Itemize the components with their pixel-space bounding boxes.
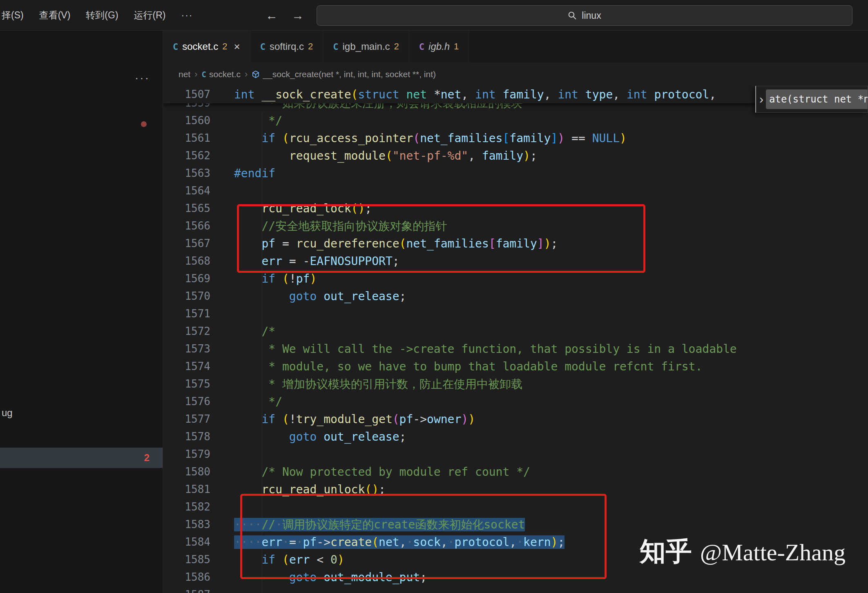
code-line-text[interactable] [210,586,234,593]
line-number[interactable]: 1569 [163,270,210,288]
menu-item-go[interactable]: 转到(G) [78,0,126,31]
line-number[interactable]: 1574 [163,358,210,375]
close-icon[interactable]: × [234,40,240,53]
line-number[interactable]: 1580 [163,463,210,481]
code-line-text[interactable]: goto out_release; [210,288,406,305]
tab-socket-c[interactable]: C socket.c 2 × [163,31,250,62]
more-actions-icon[interactable]: ··· [135,71,150,85]
tab-igb-main-c[interactable]: C igb_main.c 2 [323,31,409,62]
line-number[interactable]: 1568 [163,252,210,270]
code-line-1568[interactable]: 1568 err = -EAFNOSUPPORT; [163,252,868,270]
code-line-1567[interactable]: 1567 pf = rcu_dereference(net_families[f… [163,235,868,252]
code-line-1575[interactable]: 1575 * 增加协议模块的引用计数，防止在使用中被卸载 [163,375,868,393]
code-line-text[interactable]: /* [210,323,275,340]
line-number[interactable]: 1560 [163,112,210,129]
tab-igb-h[interactable]: C igb.h 1 [409,31,469,62]
code-line-text[interactable]: rcu_read_lock(); [210,200,372,217]
code-line-1564[interactable]: 1564 [163,182,868,200]
code-line-1562[interactable]: 1562 request_module("net-pf-%d", family)… [163,147,868,165]
code-line-text[interactable]: pf = rcu_dereference(net_families[family… [210,235,558,252]
code-line-1583[interactable]: 1583····//·调用协议族特定的create函数来初始化socket [163,516,868,533]
breadcrumb-item-net[interactable]: net [179,69,190,79]
code-line-text[interactable]: goto out_module_put; [210,568,427,586]
line-number[interactable]: 1581 [163,481,210,498]
code-line-1570[interactable]: 1570 goto out_release; [163,288,868,305]
code-line-text[interactable]: /* Now protected by module ref count */ [210,463,530,481]
code-line-text[interactable]: //安全地获取指向协议族对象的指针 [210,217,447,235]
code-line-text[interactable]: if (!pf) [210,270,317,288]
line-number[interactable]: 1563 [163,165,210,182]
code-line-1576[interactable]: 1576 */ [163,393,868,410]
code-line-1565[interactable]: 1565 rcu_read_lock(); [163,200,868,217]
menu-item-view[interactable]: 查看(V) [31,0,78,31]
definition-preview-overlay[interactable]: › ate(struct net *n [755,86,868,113]
code-line-text[interactable]: if (err < 0) [210,551,344,568]
code-line-1580[interactable]: 1580 /* Now protected by module ref coun… [163,463,868,481]
line-number[interactable]: 1583 [163,516,210,533]
code-line-1563[interactable]: 1563#endif [163,165,868,182]
code-line-1577[interactable]: 1577 if (!try_module_get(pf->owner)) [163,410,868,428]
code-line-1579[interactable]: 1579 [163,446,868,463]
breadcrumb-item-symbol[interactable]: __sock_create(net *, int, int, int, sock… [252,69,436,79]
code-editor[interactable]: 1559 * 如果协议族还未注册，则会请求装载相应的模块1560 */1561 … [163,86,868,593]
line-number[interactable]: 1578 [163,428,210,446]
code-line-text[interactable] [210,498,234,516]
forward-arrow-icon[interactable]: → [292,0,304,31]
line-number[interactable]: 1586 [163,568,210,586]
code-line-1578[interactable]: 1578 goto out_release; [163,428,868,446]
code-line-1582[interactable]: 1582 [163,498,868,516]
line-number[interactable]: 1587 [163,586,210,593]
line-number[interactable]: 1561 [163,129,210,147]
line-number[interactable]: 1582 [163,498,210,516]
code-line-text[interactable]: * module, so we have to bump that loadab… [210,358,702,375]
line-number[interactable]: 1567 [163,235,210,252]
line-number[interactable]: 1579 [163,446,210,463]
code-line-text[interactable]: if (!try_module_get(pf->owner)) [210,410,475,428]
menu-item-selection[interactable]: 择(S) [0,0,31,31]
line-number[interactable]: 1576 [163,393,210,410]
line-number[interactable]: 1565 [163,200,210,217]
menu-item-run[interactable]: 运行(R) [126,0,174,31]
code-line-text[interactable]: request_module("net-pf-%d", family); [210,147,537,165]
code-line-1573[interactable]: 1573 * We will call the ->create functio… [163,340,868,358]
code-line-1574[interactable]: 1574 * module, so we have to bump that l… [163,358,868,375]
code-line-text[interactable]: * We will call the ->create function, th… [210,340,737,358]
tab-softirq-c[interactable]: C softirq.c 2 [250,31,324,62]
back-arrow-icon[interactable]: ← [266,0,278,31]
code-line-text[interactable] [210,305,234,323]
line-number[interactable]: 1571 [163,305,210,323]
code-line-1560[interactable]: 1560 */ [163,112,868,129]
code-line-1587[interactable]: 1587 [163,586,868,593]
code-line-1581[interactable]: 1581 rcu_read_unlock(); [163,481,868,498]
line-number[interactable]: 1573 [163,340,210,358]
code-line-text[interactable]: goto out_release; [210,428,406,446]
code-line-1572[interactable]: 1572 /* [163,323,868,340]
code-line-1561[interactable]: 1561 if (rcu_access_pointer(net_families… [163,129,868,147]
code-line-text[interactable]: */ [210,393,282,410]
breadcrumb-item-socket-c[interactable]: C socket.c [202,69,241,79]
menu-overflow-icon[interactable]: ··· [174,0,201,31]
line-number[interactable]: 1584 [163,533,210,551]
code-line-text[interactable]: rcu_read_unlock(); [210,481,386,498]
code-line-text[interactable]: ····//·调用协议族特定的create函数来初始化socket [210,516,525,533]
code-line-text[interactable]: #endif [210,165,275,182]
code-line-text[interactable]: if (rcu_access_pointer(net_families[fami… [210,129,627,147]
line-number[interactable]: 1566 [163,217,210,235]
line-number[interactable]: 1577 [163,410,210,428]
code-line-text[interactable] [210,446,234,463]
line-number[interactable]: 1564 [163,182,210,200]
code-line-1569[interactable]: 1569 if (!pf) [163,270,868,288]
command-center-search[interactable]: linux [317,5,852,26]
sidebar-selected-row[interactable]: 2 [0,448,163,468]
line-number[interactable]: 1570 [163,288,210,305]
code-line-text[interactable] [210,182,234,200]
code-line-1586[interactable]: 1586 goto out_module_put; [163,568,868,586]
code-line-text[interactable]: ····err·=·pf->create(net,·sock,·protocol… [210,533,565,551]
line-number[interactable]: 1575 [163,375,210,393]
code-line-1566[interactable]: 1566 //安全地获取指向协议族对象的指针 [163,217,868,235]
code-line-text[interactable]: */ [210,112,282,129]
code-line-text[interactable]: * 增加协议模块的引用计数，防止在使用中被卸载 [210,375,522,393]
line-number[interactable]: 1585 [163,551,210,568]
line-number[interactable]: 1572 [163,323,210,340]
code-line-1571[interactable]: 1571 [163,305,868,323]
